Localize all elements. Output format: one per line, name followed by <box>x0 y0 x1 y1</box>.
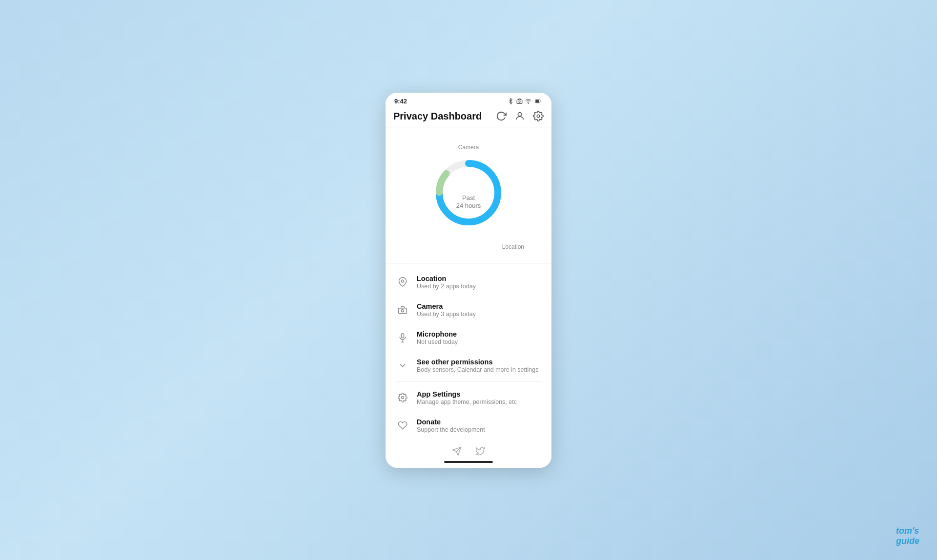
svg-rect-4 <box>536 100 539 102</box>
svg-point-13 <box>402 310 404 312</box>
svg-point-6 <box>518 113 521 116</box>
app-settings-subtitle: Manage app theme, permissions, etc <box>417 399 517 405</box>
location-title: Location <box>417 275 476 282</box>
bluetooth-icon <box>508 98 514 104</box>
microphone-text: Microphone Not used today <box>417 330 458 345</box>
location-pin-icon <box>395 277 410 287</box>
other-permissions-subtitle: Body sensors, Calendar and more in setti… <box>417 366 538 373</box>
list-section: Location Used by 2 apps today Camera Use… <box>386 263 551 440</box>
location-subtitle: Used by 2 apps today <box>417 283 476 290</box>
permissions-icon[interactable] <box>514 111 525 121</box>
microphone-icon <box>395 333 410 342</box>
app-settings-item[interactable]: App Settings Manage app theme, permissio… <box>386 384 551 412</box>
microphone-subtitle: Not used today <box>417 339 458 345</box>
other-permissions-item[interactable]: See other permissions Body sensors, Cale… <box>386 352 551 380</box>
svg-rect-0 <box>517 100 522 103</box>
status-bar: 9:42 <box>386 93 551 108</box>
svg-rect-14 <box>402 334 404 338</box>
heart-icon <box>395 420 410 430</box>
app-bar: Privacy Dashboard <box>386 108 551 127</box>
svg-point-17 <box>402 397 404 399</box>
chart-location-label: Location <box>502 243 524 250</box>
chart-camera-label: Camera <box>458 144 479 151</box>
gear-icon <box>395 393 410 402</box>
settings-icon[interactable] <box>533 111 544 121</box>
svg-rect-12 <box>399 308 407 314</box>
donate-item[interactable]: Donate Support the development <box>386 412 551 440</box>
phone-frame: 9:42 <box>386 93 551 468</box>
camera-subtitle: Used by 3 apps today <box>417 311 476 318</box>
app-settings-title: App Settings <box>417 390 517 398</box>
watermark: tom's guide <box>896 526 919 546</box>
svg-point-1 <box>519 100 520 102</box>
wifi-icon <box>525 98 531 104</box>
location-text: Location Used by 2 apps today <box>417 275 476 290</box>
footer-social-icons <box>452 446 485 456</box>
other-permissions-text: See other permissions Body sensors, Cale… <box>417 358 538 373</box>
location-item[interactable]: Location Used by 2 apps today <box>386 268 551 296</box>
home-indicator <box>444 461 493 463</box>
donate-title: Donate <box>417 418 485 426</box>
chart-area: Camera Past 24 hours Location <box>386 127 551 263</box>
chart-center-line2: 24 hours <box>456 202 481 210</box>
app-settings-text: App Settings Manage app theme, permissio… <box>417 390 517 405</box>
camera-title: Camera <box>417 302 476 310</box>
footer <box>386 440 551 468</box>
settings-divider <box>395 381 542 382</box>
refresh-icon[interactable] <box>496 111 507 121</box>
chevron-down-icon <box>395 360 410 370</box>
svg-point-7 <box>537 115 540 118</box>
chart-center: Past 24 hours <box>456 194 481 211</box>
app-bar-action-icons <box>496 111 544 121</box>
battery-icon <box>534 98 543 104</box>
camera-text: Camera Used by 3 apps today <box>417 302 476 318</box>
watermark-line1: tom's <box>896 526 919 536</box>
donate-text: Donate Support the development <box>417 418 485 433</box>
other-permissions-title: See other permissions <box>417 358 538 366</box>
camera-item[interactable]: Camera Used by 3 apps today <box>386 296 551 324</box>
donut-chart <box>429 154 508 232</box>
camera-icon <box>395 305 410 315</box>
twitter-icon[interactable] <box>475 446 485 456</box>
status-icons <box>508 98 543 104</box>
telegram-icon[interactable] <box>452 446 462 456</box>
watermark-line2: guide <box>896 536 919 546</box>
svg-point-11 <box>402 280 404 282</box>
microphone-item[interactable]: Microphone Not used today <box>386 324 551 352</box>
chart-center-line1: Past <box>462 194 475 201</box>
app-title: Privacy Dashboard <box>393 111 482 122</box>
svg-point-2 <box>528 103 529 103</box>
camera-status-icon <box>516 98 523 104</box>
donate-subtitle: Support the development <box>417 426 485 433</box>
microphone-title: Microphone <box>417 330 458 338</box>
status-time: 9:42 <box>394 98 407 105</box>
